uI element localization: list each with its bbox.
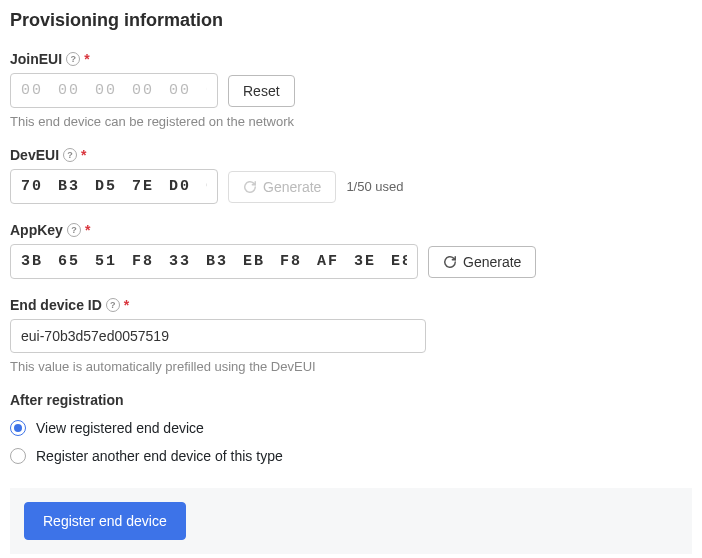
device-id-hint: This value is automatically prefilled us… bbox=[10, 359, 692, 374]
radio-label: View registered end device bbox=[36, 420, 204, 436]
refresh-icon bbox=[443, 255, 457, 269]
generate-label: Generate bbox=[463, 254, 521, 270]
radio-view-registered[interactable]: View registered end device bbox=[10, 414, 692, 442]
device-id-input[interactable] bbox=[10, 319, 426, 353]
section-title: Provisioning information bbox=[10, 10, 692, 31]
help-icon[interactable]: ? bbox=[63, 148, 77, 162]
radio-icon bbox=[10, 420, 26, 436]
appkey-input[interactable] bbox=[10, 244, 418, 279]
appkey-generate-button[interactable]: Generate bbox=[428, 246, 536, 278]
refresh-icon bbox=[243, 180, 257, 194]
after-registration-label-text: After registration bbox=[10, 392, 124, 408]
help-icon[interactable]: ? bbox=[66, 52, 80, 66]
reset-button[interactable]: Reset bbox=[228, 75, 295, 107]
footer-bar: Register end device bbox=[10, 488, 692, 554]
radio-icon bbox=[10, 448, 26, 464]
appkey-label-text: AppKey bbox=[10, 222, 63, 238]
radio-label: Register another end device of this type bbox=[36, 448, 283, 464]
generate-label: Generate bbox=[263, 179, 321, 195]
required-marker: * bbox=[81, 147, 86, 163]
joineui-field: JoinEUI ? * Reset This end device can be… bbox=[10, 51, 692, 129]
device-id-field: End device ID ? * This value is automati… bbox=[10, 297, 692, 374]
joineui-label: JoinEUI ? * bbox=[10, 51, 692, 67]
deveui-label-text: DevEUI bbox=[10, 147, 59, 163]
help-icon[interactable]: ? bbox=[106, 298, 120, 312]
deveui-used-hint: 1/50 used bbox=[346, 179, 403, 194]
deveui-label: DevEUI ? * bbox=[10, 147, 692, 163]
required-marker: * bbox=[124, 297, 129, 313]
deveui-generate-button: Generate bbox=[228, 171, 336, 203]
deveui-field: DevEUI ? * Generate 1/50 used bbox=[10, 147, 692, 204]
device-id-label: End device ID ? * bbox=[10, 297, 692, 313]
appkey-field: AppKey ? * Generate bbox=[10, 222, 692, 279]
radio-register-another[interactable]: Register another end device of this type bbox=[10, 442, 692, 470]
required-marker: * bbox=[85, 222, 90, 238]
after-registration-label: After registration bbox=[10, 392, 692, 408]
appkey-label: AppKey ? * bbox=[10, 222, 692, 238]
help-icon[interactable]: ? bbox=[67, 223, 81, 237]
after-registration-field: After registration View registered end d… bbox=[10, 392, 692, 470]
joineui-input[interactable] bbox=[10, 73, 218, 108]
joineui-hint: This end device can be registered on the… bbox=[10, 114, 692, 129]
joineui-label-text: JoinEUI bbox=[10, 51, 62, 67]
register-end-device-button[interactable]: Register end device bbox=[24, 502, 186, 540]
deveui-input[interactable] bbox=[10, 169, 218, 204]
device-id-label-text: End device ID bbox=[10, 297, 102, 313]
required-marker: * bbox=[84, 51, 89, 67]
